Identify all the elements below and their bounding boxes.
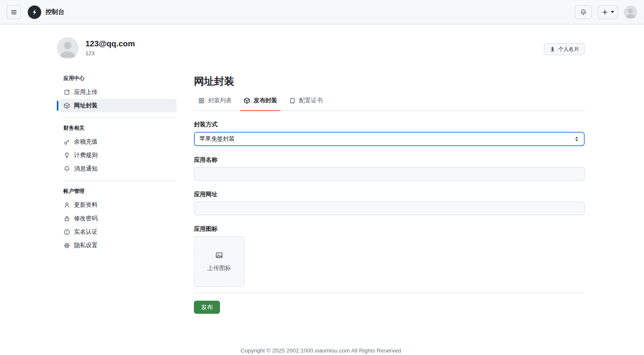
select-arrows-icon [575, 136, 579, 142]
sidebar-item-label: 网址封装 [74, 102, 98, 109]
personal-card-button[interactable]: 个人名片 [544, 43, 585, 55]
sidebar-item-notifications[interactable]: 消息通知 [60, 162, 177, 176]
grid-icon [198, 97, 205, 104]
personal-card-label: 个人名片 [558, 46, 579, 53]
user-avatar[interactable] [624, 5, 637, 19]
app-url-label: 应用网址 [194, 191, 585, 198]
sidebar-item-label: 余额充值 [74, 138, 98, 146]
tab-label: 封装列表 [208, 97, 232, 104]
person-figure-icon [549, 46, 556, 53]
sidebar-item-app-upload[interactable]: 应用上传 [60, 85, 177, 99]
sidebar-item-label: 更新资料 [74, 201, 98, 209]
gear-icon [64, 242, 70, 249]
sidebar-item-label: 计费规则 [74, 152, 98, 159]
profile-username: 123 [85, 50, 135, 56]
sidebar-item-change-password[interactable]: 修改密码 [60, 212, 177, 225]
image-icon [215, 251, 223, 259]
tab-publish-package[interactable]: 发布封装 [239, 93, 281, 110]
person-icon [64, 202, 70, 208]
sidebar-item-label: 消息通知 [74, 165, 98, 173]
hamburger-button[interactable] [7, 5, 21, 19]
key-icon [64, 139, 70, 145]
tab-label: 发布封装 [254, 97, 277, 104]
main-content: 网址封装 封装列表 [194, 75, 585, 314]
notifications-button[interactable] [575, 5, 592, 19]
profile-email: 123@qq.com [85, 39, 135, 49]
publish-button[interactable]: 发布 [194, 301, 220, 314]
profile-header: 123@qq.com 123 个人名片 [57, 37, 585, 59]
upload-icon-label: 上传图标 [207, 264, 231, 272]
top-bar: 控制台 [0, 0, 644, 24]
shield-check-icon [64, 229, 70, 235]
sidebar-item-billing-rules[interactable]: 计费规则 [60, 149, 177, 162]
sidebar-item-privacy-settings[interactable]: 隐私设置 [60, 239, 177, 252]
sidebar-item-update-profile[interactable]: 更新资料 [60, 198, 177, 212]
sidebar-item-label: 应用上传 [74, 88, 98, 96]
sidebar-item-label: 修改密码 [74, 215, 98, 222]
sidebar-item-real-name-verify[interactable]: 实名认证 [60, 225, 177, 239]
sidebar-section-app-center: 应用中心 [57, 75, 177, 85]
app-name-input[interactable] [194, 167, 585, 181]
sidebar-section-account: 帐户管理 [57, 188, 177, 198]
create-new-button[interactable] [598, 5, 618, 19]
tab-bar: 封装列表 发布封装 [194, 93, 585, 111]
sidebar-divider [64, 181, 177, 181]
bell-icon [64, 165, 70, 172]
sidebar: 应用中心 应用上传 网址封装 [57, 75, 177, 252]
app-name-label: 应用名称 [194, 156, 585, 164]
lightbulb-icon [64, 152, 70, 159]
hamburger-icon [11, 9, 17, 16]
lock-icon [64, 215, 70, 222]
icon-upload-dropzone[interactable]: 上传图标 [194, 236, 244, 287]
tab-package-list[interactable]: 封装列表 [194, 93, 236, 110]
lightning-logo[interactable] [28, 5, 41, 19]
app-title: 控制台 [45, 8, 64, 16]
sidebar-item-url-packaging[interactable]: 网址封装 [60, 99, 177, 112]
cube-icon [64, 102, 70, 109]
bell-icon [580, 9, 587, 16]
upload-icon [64, 89, 70, 96]
sidebar-item-label: 实名认证 [74, 228, 98, 236]
page-title: 网址封装 [194, 75, 585, 88]
method-select[interactable]: 苹果免签封装 [194, 132, 585, 146]
tab-configure-certificate[interactable]: 配置证书 [285, 93, 327, 110]
method-select-value: 苹果免签封装 [199, 135, 235, 143]
profile-avatar [57, 37, 79, 59]
app-url-input[interactable] [194, 202, 585, 215]
method-label: 封装方式 [194, 121, 585, 128]
sidebar-item-balance-recharge[interactable]: 余额充值 [60, 135, 177, 149]
tab-label: 配置证书 [299, 97, 323, 104]
sidebar-divider [64, 117, 177, 118]
sidebar-section-finance: 财务相关 [57, 125, 177, 135]
copyright-text: Copyright © 2025 2002.1000.xiaomiou.com … [241, 347, 401, 354]
app-icon-label: 应用图标 [194, 225, 585, 233]
footer: Copyright © 2025 2002.1000.xiaomiou.com … [57, 347, 585, 354]
caret-down-icon [611, 11, 614, 13]
sidebar-item-label: 隐私设置 [74, 242, 98, 249]
cube-icon [244, 97, 250, 104]
file-check-icon [289, 97, 296, 104]
form-divider [194, 293, 585, 293]
plus-icon [602, 9, 608, 16]
